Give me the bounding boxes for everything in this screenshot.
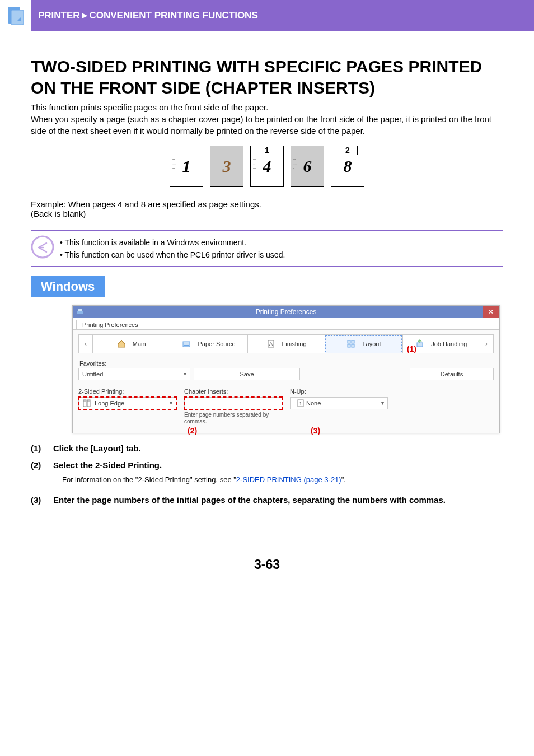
example-line2: (Back is blank) [31, 209, 86, 218]
note-block: • This function is available in a Window… [31, 234, 503, 263]
svg-rect-12 [352, 344, 354, 347]
svg-text:A: A [269, 341, 272, 347]
callout-1: (1) [407, 344, 416, 353]
dots-icon: ······· [172, 157, 180, 175]
step-1-num: (1) [31, 442, 53, 455]
tab-layout-label: Layout [362, 340, 381, 347]
dots-icon: ······ [293, 157, 301, 175]
nup-value: None [306, 400, 321, 407]
chevron-down-icon: ▾ [170, 400, 172, 406]
save-button[interactable]: Save [194, 368, 300, 380]
thumb-big: 3 [223, 157, 231, 176]
tab-main-label: Main [133, 340, 146, 347]
svg-rect-1 [11, 10, 24, 25]
divider [31, 230, 503, 231]
thumb-big: 4 [263, 157, 271, 176]
two-sided-select[interactable]: Long Edge ▾ [78, 397, 176, 409]
thumb-1: ······· 1 [170, 146, 203, 187]
svg-rect-13 [417, 343, 423, 347]
dialog-titlebar: Printing Preferences × [73, 306, 499, 318]
tab-job-label: Job Handling [431, 340, 467, 347]
svg-rect-10 [352, 340, 354, 343]
svg-rect-9 [348, 340, 350, 343]
example-text: Example: When pages 4 and 8 are specifie… [31, 199, 503, 218]
layout-icon [346, 339, 355, 348]
chevron-down-icon: ▾ [184, 371, 186, 377]
step-2-body: Select the 2-Sided Printing. [53, 460, 162, 470]
thumb-3: 3 [210, 146, 243, 187]
finishing-icon: A [266, 339, 275, 348]
chapter-inserts-input[interactable] [184, 397, 282, 409]
thumb-tab: 2 [338, 146, 358, 155]
windows-label: Windows [31, 276, 105, 297]
svg-rect-3 [77, 311, 83, 314]
tabstrip-label[interactable]: Printing Preferences [76, 320, 144, 329]
svg-rect-11 [348, 344, 350, 347]
chapter-inserts-label: Chapter Inserts: [184, 388, 282, 395]
thumb-8: 2 8 [331, 146, 364, 187]
scroll-right-icon[interactable]: › [480, 335, 493, 353]
two-sided-printing-link[interactable]: 2-SIDED PRINTING (page 3-21) [236, 475, 341, 484]
two-sided-label: 2-Sided Printing: [78, 388, 176, 395]
tab-finishing[interactable]: A Finishing [247, 335, 325, 353]
printing-preferences-dialog: Printing Preferences × Printing Preferen… [72, 305, 500, 433]
nup-select[interactable]: 1 None ▾ [290, 397, 388, 409]
chapter-inserts-hint: Enter page numbers separated by commas. [184, 412, 282, 425]
page-number: 3-63 [31, 557, 503, 589]
step-2-sub: For information on the "2-Sided Printing… [53, 474, 346, 486]
close-icon[interactable]: × [483, 306, 499, 318]
tab-finishing-label: Finishing [282, 340, 307, 347]
step-3-num: (3) [31, 494, 53, 507]
breadcrumb-section: PRINTER [38, 10, 80, 21]
tab-paper-label: Paper Source [198, 340, 235, 347]
step-1-body: Click the [Layout] tab. [53, 444, 141, 453]
tab-main[interactable]: Main [92, 335, 170, 353]
nup-label: N-Up: [290, 388, 388, 395]
thumb-4: 1 ········ 4 [250, 146, 284, 187]
header-bar: PRINTER ► CONVENIENT PRINTING FUNCTIONS [0, 0, 534, 31]
home-icon [117, 339, 126, 348]
long-edge-icon [82, 399, 91, 408]
tab-layout[interactable]: Layout [325, 335, 402, 353]
dots-icon: ········ [253, 157, 261, 175]
thumb-big: 8 [344, 157, 352, 176]
step-2-sub-post: ". [341, 475, 346, 484]
favorites-value: Untitled [82, 371, 103, 377]
divider [31, 266, 503, 267]
note-line-2: This function can be used when the PCL6 … [65, 250, 285, 259]
job-icon [415, 339, 424, 348]
breadcrumb-page: CONVENIENT PRINTING FUNCTIONS [89, 10, 257, 21]
step-2-num: (2) [31, 459, 53, 472]
thumb-big: 1 [182, 157, 191, 176]
printer-icon [0, 0, 31, 31]
dialog-tabstrip: Printing Preferences [73, 318, 499, 330]
intro-text: This function prints specific pages on t… [31, 101, 503, 137]
svg-text:1: 1 [299, 401, 302, 407]
thumb-tab: 1 [257, 146, 277, 155]
callout-2: (2) [188, 426, 197, 435]
callout-3: (3) [311, 426, 320, 435]
step-3-body: Enter the page numbers of the initial pa… [53, 495, 446, 505]
svg-rect-6 [184, 345, 189, 346]
chevron-down-icon: ▾ [381, 400, 384, 406]
paper-tray-icon [182, 339, 191, 348]
thumb-6: ······ 6 [291, 146, 324, 187]
dialog-title-text: Printing Preferences [256, 308, 317, 316]
thumb-big: 6 [303, 157, 312, 176]
favorites-select[interactable]: Untitled ▾ [78, 368, 190, 380]
two-sided-value: Long Edge [95, 400, 124, 407]
svg-rect-4 [78, 309, 82, 311]
illustration-thumbs: ······· 1 3 1 ········ 4 ······ 6 2 8 [31, 146, 503, 187]
nup-icon: 1 [294, 399, 303, 408]
page-title: TWO-SIDED PRINTING WITH SPECIFIC PAGES P… [31, 56, 503, 98]
favorites-label: Favorites: [78, 360, 190, 367]
info-circle-icon [31, 235, 54, 259]
example-line1: Example: When pages 4 and 8 are specifie… [31, 199, 261, 209]
defaults-button[interactable]: Defaults [410, 368, 494, 380]
scroll-left-icon[interactable]: ‹ [79, 335, 92, 353]
breadcrumb-separator: ► [80, 10, 90, 21]
tab-paper-source[interactable]: Paper Source [170, 335, 247, 353]
tab-row: ‹ Main Paper Source [78, 334, 494, 353]
step-2-sub-pre: For information on the "2-Sided Printing… [62, 475, 236, 484]
note-line-1: This function is available in a Windows … [65, 238, 247, 247]
